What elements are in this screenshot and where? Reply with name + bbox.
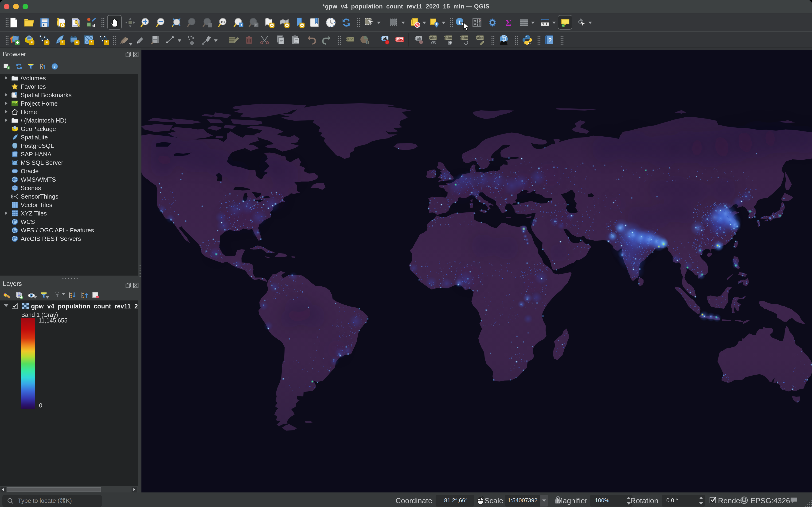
svg-text:*: * — [76, 40, 78, 45]
svg-text:abc: abc — [430, 36, 436, 40]
svg-text:*: * — [61, 40, 63, 45]
svg-text:*: * — [91, 40, 93, 45]
svg-text:abc: abc — [462, 36, 468, 40]
svg-text:Σ: Σ — [505, 17, 511, 28]
svg-text:*: * — [31, 40, 33, 45]
svg-text:abc: abc — [446, 36, 452, 40]
svg-text:?: ? — [548, 37, 552, 44]
svg-text:ab: ab — [383, 36, 388, 40]
svg-text:abc: abc — [348, 37, 353, 41]
svg-text:*: * — [46, 40, 48, 45]
svg-text:*: * — [105, 40, 108, 45]
svg-text:abc: abc — [477, 36, 483, 40]
svg-text:abc: abc — [397, 38, 403, 42]
svg-text:1:1: 1:1 — [220, 20, 225, 24]
svg-text:ab: ab — [417, 36, 421, 40]
svg-text:a: a — [92, 21, 95, 28]
svg-text:i: i — [54, 64, 55, 69]
